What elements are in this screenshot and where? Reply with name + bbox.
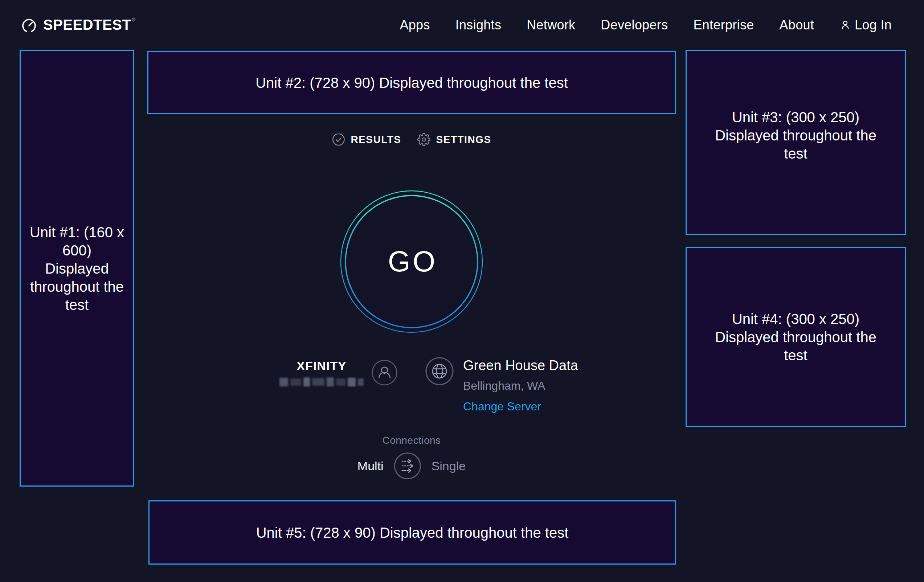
tab-results-label: RESULTS <box>351 134 401 145</box>
nav-item-developers[interactable]: Developers <box>601 17 668 33</box>
ad-unit-1-label: Unit #1: (160 x 600) Displayed throughou… <box>30 223 124 314</box>
server-text: Green House Data Bellingham, WA Change S… <box>463 357 578 413</box>
isp-ip-redacted <box>279 378 364 386</box>
check-circle-icon <box>332 133 345 146</box>
isp-name: XFINITY <box>297 359 346 373</box>
connections-row: Multi Single <box>358 452 465 480</box>
speedometer-gauge-icon <box>21 17 37 34</box>
nav-item-about[interactable]: About <box>780 17 814 33</box>
connections-multi-option[interactable]: Multi <box>358 459 384 473</box>
nav-item-network[interactable]: Network <box>526 17 575 33</box>
nav-item-enterprise[interactable]: Enterprise <box>693 17 754 33</box>
server-name: Green House Data <box>463 358 578 373</box>
nav-item-insights[interactable]: Insights <box>455 17 501 33</box>
change-server-link[interactable]: Change Server <box>463 400 541 413</box>
ad-unit-4-rectangle[interactable]: Unit #4: (300 x 250) Displayed throughou… <box>686 247 906 427</box>
tab-settings[interactable]: SETTINGS <box>417 133 492 146</box>
login-label: Log In <box>855 17 892 33</box>
ad-unit-2-label: Unit #2: (728 x 90) Displayed throughout… <box>256 74 568 92</box>
speedtest-page: { "nav": { "logo": { "text": "SPEEDTEST"… <box>0 0 924 582</box>
login-button[interactable]: Log In <box>840 17 892 33</box>
connections-toggle[interactable] <box>394 452 421 480</box>
server-location: Bellingham, WA <box>463 379 545 392</box>
logo-wordmark: SPEEDTEST <box>43 17 131 33</box>
speedtest-logo[interactable]: SPEEDTEST® <box>21 16 135 34</box>
globe-icon <box>425 357 454 385</box>
ad-unit-3-rectangle[interactable]: Unit #3: (300 x 250) Displayed throughou… <box>686 50 906 235</box>
go-button-label: GO <box>388 245 437 278</box>
connections-section: Connections Multi Single <box>358 435 465 480</box>
tab-results[interactable]: RESULTS <box>332 133 401 146</box>
logo-trademark: ® <box>132 17 135 23</box>
nav-links: Apps Insights Network Developers Enterpr… <box>399 17 892 33</box>
isp-text: XFINITY <box>279 359 364 386</box>
top-nav: SPEEDTEST® Apps Insights Network Develop… <box>0 0 924 50</box>
user-icon <box>371 358 398 388</box>
multi-connection-arrows-icon <box>394 452 421 480</box>
server-info: Green House Data Bellingham, WA Change S… <box>425 357 578 413</box>
ad-unit-5-label: Unit #5: (728 x 90) Displayed throughout… <box>256 524 569 542</box>
ad-unit-4-label: Unit #4: (300 x 250) Displayed throughou… <box>714 310 878 364</box>
nav-item-apps[interactable]: Apps <box>399 17 430 33</box>
gear-icon <box>417 133 431 146</box>
tab-settings-label: SETTINGS <box>436 134 492 145</box>
person-icon <box>840 19 851 31</box>
tabs-bar: RESULTS SETTINGS <box>332 133 491 146</box>
ad-unit-2-leaderboard[interactable]: Unit #2: (728 x 90) Displayed throughout… <box>147 51 676 114</box>
isp-info: XFINITY <box>279 358 398 388</box>
connections-single-option[interactable]: Single <box>432 459 466 473</box>
connections-label: Connections <box>382 435 441 446</box>
ad-unit-1-skyscraper[interactable]: Unit #1: (160 x 600) Displayed throughou… <box>20 50 134 486</box>
ad-unit-3-label: Unit #3: (300 x 250) Displayed throughou… <box>714 108 878 163</box>
go-button[interactable]: GO <box>340 190 483 333</box>
ad-unit-5-leaderboard[interactable]: Unit #5: (728 x 90) Displayed throughout… <box>148 500 676 565</box>
